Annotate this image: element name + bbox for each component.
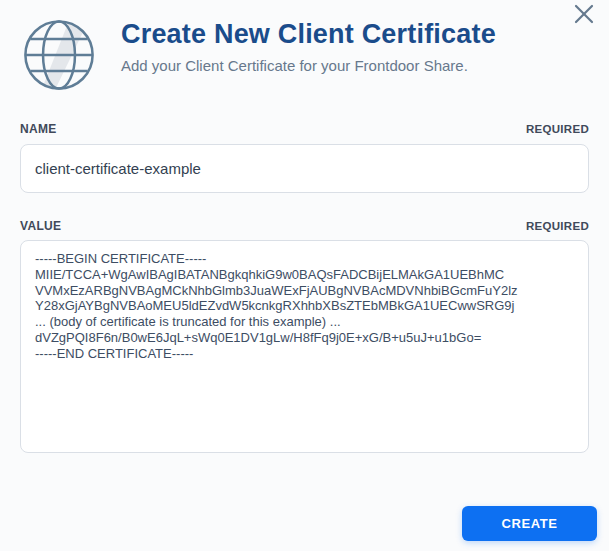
value-required-badge: REQUIRED [526, 220, 589, 232]
create-client-certificate-modal: Create New Client Certificate Add your C… [0, 0, 609, 551]
close-icon [573, 3, 595, 25]
globe-icon [17, 13, 101, 97]
value-textarea[interactable]: -----BEGIN CERTIFICATE----- MIIE/TCCA+Wg… [20, 240, 589, 453]
page-subtitle: Add your Client Certificate for your Fro… [121, 57, 496, 74]
name-input[interactable] [20, 144, 589, 193]
value-label-row: VALUE REQUIRED [20, 219, 589, 233]
create-button[interactable]: CREATE [462, 506, 597, 541]
name-label: NAME [20, 122, 57, 136]
page-title: Create New Client Certificate [121, 20, 496, 50]
name-required-badge: REQUIRED [526, 123, 589, 135]
modal-footer: CREATE [462, 506, 597, 541]
header-text: Create New Client Certificate Add your C… [121, 13, 496, 74]
name-label-row: NAME REQUIRED [20, 122, 589, 136]
modal-header: Create New Client Certificate Add your C… [20, 0, 589, 97]
value-label: VALUE [20, 219, 61, 233]
close-button[interactable] [567, 0, 601, 31]
